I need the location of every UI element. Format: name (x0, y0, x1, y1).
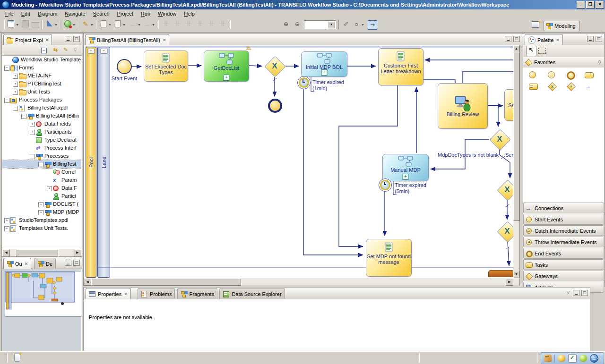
expand-icon[interactable]: + (4, 218, 9, 223)
tree-item-templates-unit-tests[interactable]: +⚠Templates Unit Tests. (2, 224, 81, 232)
task-getdoclist[interactable]: GetDocList + (204, 51, 249, 82)
prev-annotation-icon[interactable]: ↑ (113, 20, 122, 29)
favorites-header[interactable]: Favorites ⚲ (523, 57, 604, 68)
expand-icon[interactable]: + (30, 122, 35, 127)
tree-item-process-interf[interactable]: ⇄Process Interf (2, 144, 81, 152)
timer-event-icon[interactable] (379, 178, 392, 192)
menu-file[interactable]: File (2, 10, 17, 17)
favorite-start-event[interactable] (529, 71, 538, 79)
collapse-all-icon[interactable]: − (40, 46, 48, 54)
back-dropdown[interactable]: ▼ (138, 23, 141, 26)
canvas-hscrollbar[interactable]: ◀ ▶ (84, 278, 513, 286)
collapse-icon[interactable]: − (4, 66, 9, 71)
palette-category-end-events[interactable]: End Events (523, 248, 604, 259)
run-dropdown[interactable]: ▼ (72, 23, 76, 26)
scroll-thumb[interactable] (16, 249, 58, 256)
palette-category-gateways[interactable]: Gateways (523, 271, 604, 281)
expand-icon[interactable]: + (38, 210, 43, 215)
tree-item-partici[interactable]: Partici (2, 192, 81, 200)
highlighter-dropdown[interactable]: ▼ (90, 23, 94, 26)
tree-item-processes[interactable]: −⚠Processes (2, 152, 81, 160)
new-wizard-icon[interactable] (7, 20, 15, 29)
align-center-icon[interactable]: ⠿ (173, 20, 182, 29)
maximize-view-icon[interactable]: ▢ (73, 36, 80, 42)
tree-item-process-packages[interactable]: −⚠Process Packages (2, 96, 81, 104)
task-partial-bottom[interactable] (488, 270, 514, 277)
maximize-view-icon[interactable]: ▢ (596, 36, 602, 42)
close-icon[interactable]: ✕ (556, 38, 560, 42)
close-button[interactable]: ✕ (596, 1, 604, 8)
expand-icon[interactable]: + (30, 130, 35, 135)
tab-palette[interactable]: Palette ✕ (525, 34, 563, 45)
minimize-view-icon[interactable]: ▁ (587, 36, 594, 42)
prev-annotation-dropdown[interactable]: ▼ (122, 23, 126, 26)
task-set-expected-doc-types[interactable]: Set Expected Doc Types (144, 51, 188, 82)
expand-icon[interactable]: + (47, 186, 52, 191)
pin-icon[interactable]: ⚲ (597, 59, 601, 66)
view-menu-icon[interactable]: ▽ (71, 46, 79, 54)
restore-button[interactable]: ❐ (586, 1, 595, 8)
menu-diagram[interactable]: Diagram (35, 10, 61, 17)
oval-tool-icon[interactable]: ○ (352, 20, 361, 29)
scroll-thumb[interactable] (91, 279, 241, 286)
tree-item-forms[interactable]: −Forms (2, 64, 81, 72)
tree-item-data-f[interactable]: +Data F (2, 184, 81, 192)
workspace-tray-icon[interactable] (544, 355, 552, 362)
marquee-tool-icon[interactable]: + (538, 48, 546, 54)
favorite-subprocess[interactable] (529, 83, 538, 90)
note-pen-icon[interactable]: ✐ (342, 20, 350, 29)
diagram-canvas[interactable]: − Pool − Lane (83, 45, 520, 286)
tree-item-ptcbillingtest[interactable]: +PTCBillingTest (2, 80, 81, 88)
tree-item-param[interactable]: xParam (2, 176, 81, 184)
tree-item-participants[interactable]: +Participants (2, 128, 81, 136)
tree-item-billingtest[interactable]: −⚠BillingTest (2, 160, 81, 168)
palette-category-throw-intermediate-events[interactable]: Throw Intermediate Events (523, 237, 604, 247)
highlighter-icon[interactable]: ✎ (81, 20, 90, 29)
tree-item-billingtestall-billin[interactable]: −⚠BillingTestAll (Billin (2, 112, 81, 120)
close-icon[interactable]: ✕ (124, 292, 128, 296)
print-icon[interactable] (31, 20, 40, 29)
scroll-up-icon[interactable]: ▲ (513, 45, 519, 52)
match-size-icon[interactable]: ⠿ (218, 20, 227, 29)
favorite-parallel-gateway[interactable]: + (567, 83, 576, 90)
expand-icon[interactable]: + (13, 74, 18, 79)
tab-properties[interactable]: Properties✕ (86, 288, 131, 299)
menu-navigate[interactable]: Navigate (61, 10, 88, 17)
expand-icon[interactable]: + (38, 202, 43, 207)
scroll-right-icon[interactable]: ▶ (74, 249, 81, 256)
tasks-tray-icon[interactable] (568, 354, 577, 363)
close-icon[interactable]: ✕ (45, 38, 49, 42)
tree-item-meta-inf[interactable]: +META-INF (2, 72, 81, 80)
tab-editor-billingtestall[interactable]: BillingTestAll (BillingTestAll) ✕ (85, 34, 169, 45)
outline-thumbnail[interactable] (2, 269, 81, 351)
favorite-task[interactable] (585, 71, 594, 79)
discovery-tray-icon[interactable] (558, 355, 565, 362)
select-tool-icon[interactable]: ↖ (526, 46, 536, 56)
favorite-xor-gateway[interactable]: x (548, 83, 557, 90)
scroll-right-icon[interactable]: ▶ (506, 279, 513, 286)
next-annotation-icon[interactable]: ↓ (99, 20, 108, 29)
favorite-sequence-flow[interactable]: → (585, 83, 594, 90)
tab-details[interactable]: De (34, 258, 56, 269)
validate-dropdown[interactable]: ▼ (54, 23, 58, 26)
favorite-intermediate-event[interactable] (548, 71, 557, 79)
close-icon[interactable]: ✕ (163, 38, 166, 42)
task-billing-review[interactable]: Billing Review (438, 83, 488, 129)
minimize-view-icon[interactable]: ▁ (65, 260, 71, 266)
oval-tool-dropdown[interactable]: ▼ (361, 23, 364, 26)
palette-category-tasks[interactable]: Tasks (523, 259, 604, 270)
align-left-icon[interactable]: ⠿ (162, 20, 170, 29)
next-annotation-dropdown[interactable]: ▼ (108, 23, 112, 26)
scroll-left-icon[interactable]: ◀ (84, 279, 91, 286)
tab-outline[interactable]: Ou ✕ (3, 258, 31, 269)
zoom-combo-dropdown[interactable]: ▼ (328, 21, 335, 28)
validate-icon[interactable] (45, 20, 54, 29)
save-icon[interactable] (21, 20, 29, 29)
perspective-modeling-button[interactable]: Modeling (544, 21, 580, 31)
menu-search[interactable]: Search (90, 10, 113, 17)
expand-subprocess-icon[interactable]: + (224, 75, 230, 81)
align-right-icon[interactable]: ⠿ (184, 20, 193, 29)
tree-item-unit-tests[interactable]: +Unit Tests (2, 88, 81, 96)
palette-category-connections[interactable]: Connections (523, 203, 604, 213)
timer-event-icon[interactable] (297, 76, 311, 89)
